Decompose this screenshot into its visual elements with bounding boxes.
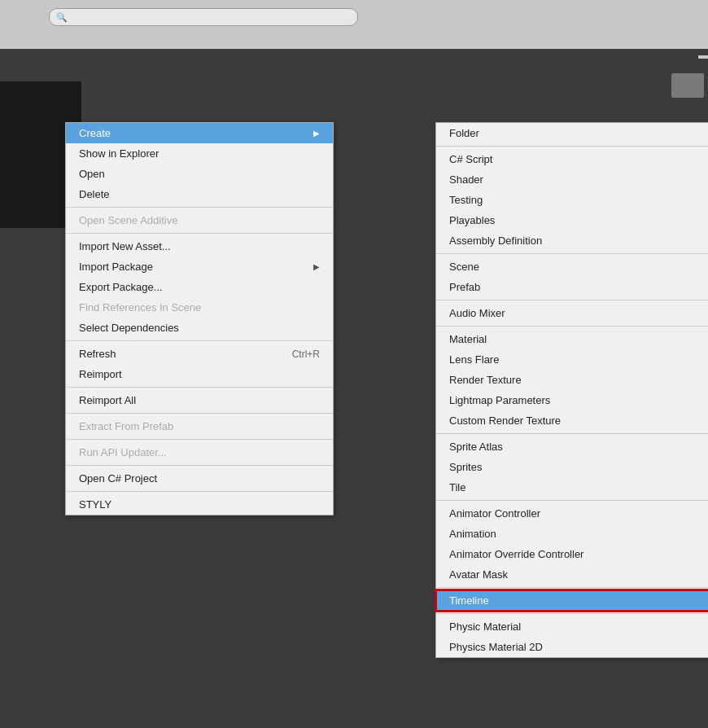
menu-item-open-scene-additive: Open Scene Additive (66, 210, 333, 230)
menu-item-physics-material-2d[interactable]: Physics Material 2D (436, 637, 708, 657)
menu-separator (436, 326, 708, 327)
menu-item-label: Sprite Atlas (449, 441, 503, 453)
menu-item-label: STYLY (79, 498, 111, 511)
menu-item-custom-render-texture[interactable]: Custom Render Texture (436, 410, 708, 431)
menu-item-shader[interactable]: Shader▶ (436, 169, 708, 190)
menu-item-label: Export Package... (79, 281, 163, 293)
menu-item-material[interactable]: Material (436, 329, 708, 349)
menu-item-label: Reimport All (79, 394, 136, 406)
menu-item-label: Delete (79, 188, 110, 200)
menu-separator (66, 340, 333, 341)
menu-item-label: Refresh (79, 348, 116, 360)
menu-separator (66, 207, 333, 208)
menu-item-styly[interactable]: STYLY (66, 494, 333, 515)
menu-item-open-cs-project[interactable]: Open C# Project (66, 468, 333, 489)
menu-item-assembly-definition[interactable]: Assembly Definition (436, 230, 708, 251)
menu-item-reimport-all[interactable]: Reimport All (66, 390, 333, 410)
menu-separator (66, 233, 333, 234)
menu-item-show-in-explorer[interactable]: Show in Explorer (66, 143, 333, 164)
context-menu-left: Create▶Show in ExplorerOpenDeleteOpen Sc… (65, 122, 334, 515)
menu-item-tile[interactable]: Tile (436, 477, 708, 498)
menu-item-label: Animator Controller (449, 507, 540, 520)
menu-item-label: Show in Explorer (79, 147, 159, 160)
menu-item-label: Audio Mixer (449, 307, 505, 319)
menu-item-label: Render Texture (449, 374, 522, 386)
menu-item-testing[interactable]: Testing▶ (436, 190, 708, 210)
menu-separator (66, 387, 333, 388)
menu-item-find-references: Find References In Scene (66, 297, 333, 318)
menu-item-shortcut: Ctrl+R (292, 349, 320, 360)
menu-item-animation[interactable]: Animation (436, 524, 708, 544)
context-menu-right: FolderC# ScriptShader▶Testing▶Playables▶… (435, 122, 708, 658)
menu-item-label: Prefab (449, 281, 480, 293)
menu-item-import-package[interactable]: Import Package▶ (66, 257, 333, 277)
menu-item-physic-material[interactable]: Physic Material (436, 616, 708, 637)
menu-item-label: Avatar Mask (449, 568, 508, 581)
menu-item-sprites[interactable]: Sprites▶ (436, 457, 708, 477)
menu-item-label: Create (79, 127, 111, 139)
menu-item-label: Import New Asset... (79, 240, 171, 252)
top-bar: 🔍 (0, 0, 708, 49)
menu-item-extract-from-prefab: Extract From Prefab (66, 416, 333, 436)
menu-item-animator-override-controller[interactable]: Animator Override Controller (436, 544, 708, 564)
submenu-arrow-icon: ▶ (313, 262, 320, 271)
menu-item-render-texture[interactable]: Render Texture (436, 370, 708, 390)
menu-item-refresh[interactable]: RefreshCtrl+R (66, 344, 333, 364)
search-icon: 🔍 (56, 12, 68, 23)
menu-item-playables[interactable]: Playables▶ (436, 210, 708, 230)
menu-item-label: Lightmap Parameters (449, 394, 550, 406)
menu-item-label: C# Script (449, 153, 492, 165)
menu-item-export-package[interactable]: Export Package... (66, 277, 333, 297)
submenu-arrow-icon: ▶ (313, 129, 320, 138)
menu-item-csharp-script[interactable]: C# Script (436, 149, 708, 169)
menu-item-label: Timeline (449, 594, 489, 607)
menu-item-label: Open (79, 168, 105, 180)
menu-separator (66, 439, 333, 440)
menu-item-label: Folder (449, 127, 479, 139)
menu-separator (66, 413, 333, 414)
menu-item-label: Select Dependencies (79, 322, 179, 334)
menu-item-label: Open Scene Additive (79, 214, 177, 226)
menu-item-label: Physics Material 2D (449, 641, 543, 653)
menu-item-create[interactable]: Create▶ (66, 123, 333, 143)
menu-separator (436, 613, 708, 614)
menu-item-folder[interactable]: Folder (436, 123, 708, 143)
inspector-label (698, 55, 708, 59)
folder-icon (671, 73, 704, 98)
search-bar[interactable]: 🔍 (49, 8, 358, 26)
menu-separator (436, 433, 708, 434)
menu-item-label: Import Package (79, 261, 153, 273)
menu-item-import-new-asset[interactable]: Import New Asset... (66, 236, 333, 257)
menu-item-run-api-updater: Run API Updater... (66, 442, 333, 463)
menu-item-label: Extract From Prefab (79, 420, 173, 432)
menu-item-prefab[interactable]: Prefab (436, 277, 708, 297)
menu-item-label: Playables (449, 214, 495, 226)
menu-item-label: Physic Material (449, 621, 521, 633)
menu-item-label: Tile (449, 481, 465, 493)
menu-item-scene[interactable]: Scene (436, 257, 708, 277)
menu-item-label: Testing (449, 194, 483, 206)
menu-item-lightmap-parameters[interactable]: Lightmap Parameters (436, 390, 708, 410)
menu-item-label: Sprites (449, 461, 482, 473)
menu-item-timeline[interactable]: Timeline (436, 590, 708, 611)
menu-item-avatar-mask[interactable]: Avatar Mask (436, 564, 708, 585)
menu-item-select-dependencies[interactable]: Select Dependencies (66, 318, 333, 338)
menu-item-label: Lens Flare (449, 353, 499, 366)
menu-item-open[interactable]: Open (66, 164, 333, 184)
menu-item-sprite-atlas[interactable]: Sprite Atlas (436, 436, 708, 457)
menu-item-audio-mixer[interactable]: Audio Mixer (436, 303, 708, 323)
menu-item-label: Custom Render Texture (449, 414, 561, 427)
menu-item-label: Scene (449, 261, 479, 273)
menu-item-delete[interactable]: Delete (66, 184, 333, 204)
menu-item-label: Find References In Scene (79, 301, 201, 314)
menu-item-animator-controller[interactable]: Animator Controller (436, 503, 708, 524)
menu-separator (66, 465, 333, 466)
menu-separator (436, 500, 708, 501)
menu-item-reimport[interactable]: Reimport (66, 364, 333, 384)
menu-item-label: Reimport (79, 368, 122, 380)
menu-item-label: Open C# Project (79, 472, 157, 485)
menu-item-label: Assembly Definition (449, 235, 542, 247)
menu-item-lens-flare[interactable]: Lens Flare (436, 349, 708, 370)
menu-item-label: Shader (449, 173, 483, 186)
menu-separator (436, 300, 708, 300)
